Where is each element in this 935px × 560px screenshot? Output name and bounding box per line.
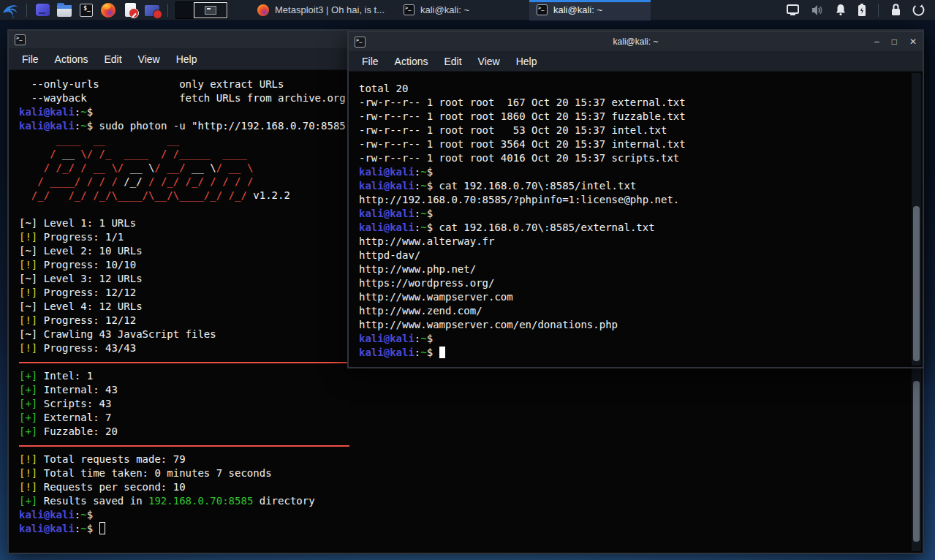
terminal-text-segment: http://192.168.0.70:8585/?phpinfo=1:lice… <box>359 194 679 205</box>
terminal-text-segment: [+] <box>19 398 37 409</box>
menu-edit[interactable]: Edit <box>96 53 129 65</box>
right-terminal-scrollbar[interactable] <box>912 73 921 366</box>
terminal-text-segment: [!] <box>19 259 37 270</box>
terminal-text-segment: ~ <box>420 347 426 358</box>
taskbar-item-terminal-2-active[interactable]: >_ kali@kali: ~ <box>529 0 651 20</box>
terminal-text-segment: $ <box>427 333 433 344</box>
menu-view[interactable]: View <box>130 53 168 65</box>
terminal-text-segment: [!] <box>19 314 37 326</box>
taskbar-item-firefox-metasploit[interactable]: Metasploit3 | Oh hai, is t... <box>250 0 396 20</box>
terminal-text-segment: $ <box>87 509 93 521</box>
menu-edit[interactable]: Edit <box>436 56 469 67</box>
terminal-text-segment: [!] <box>19 231 37 243</box>
menu-view[interactable]: View <box>470 56 508 67</box>
terminal-text-segment: / /_/ /_/ / / / / <box>143 175 254 187</box>
terminal-text-segment: [~] Level 2: 10 URLs <box>19 245 143 257</box>
terminal-text-segment: total 20 <box>359 83 408 94</box>
taskbar-item-label: kali@kali: ~ <box>420 4 469 15</box>
right-window-titlebar[interactable]: >_ kali@kali: ~ – □ ✕ <box>349 32 923 51</box>
lock-icon[interactable] <box>890 4 901 16</box>
terminal-text-segment: ~ <box>420 180 426 192</box>
terminal-text-segment: / __/ <box>154 162 192 173</box>
terminal-text-segment: [+] <box>19 370 37 382</box>
firefox-launcher[interactable] <box>97 0 119 20</box>
scrollbar-thumb[interactable] <box>913 206 920 361</box>
right-terminal-window: >_ kali@kali: ~ – □ ✕ File Actions Edit … <box>347 31 924 368</box>
terminal-line: http://www.wampserver.com/en/donations.p… <box>359 318 921 332</box>
kali-menu-button[interactable] <box>0 0 22 20</box>
terminal-text-segment: http://www.php.net/ <box>359 263 476 275</box>
firefox-icon <box>257 4 269 16</box>
file-manager-launcher[interactable] <box>53 0 75 20</box>
terminal-text-segment: http://www.alterway.fr <box>359 235 494 247</box>
window-app-icon <box>36 4 50 16</box>
terminal-text-segment: -rw-r--r-- 1 root root 167 Oct 20 15:37 … <box>359 97 686 108</box>
close-button[interactable]: ✕ <box>909 32 917 51</box>
terminal-text-segment: Requests per second: 10 <box>37 481 185 493</box>
terminal-text-segment: kali@kali <box>359 208 414 219</box>
terminal-line: kali@kali:~$ <box>19 508 921 522</box>
terminal-text-segment: [!] <box>19 467 37 479</box>
menu-file[interactable]: File <box>14 53 47 65</box>
terminal-text-segment: --wayback fetch URLs from archive.org <box>19 92 346 104</box>
terminal-text-segment: https://wordpress.org/ <box>359 277 494 289</box>
terminal-text-segment: ~ <box>420 208 426 219</box>
power-logout-icon[interactable] <box>912 4 925 16</box>
terminal-text-segment: [~] Crawling 43 JavaScript files <box>19 328 216 340</box>
terminal-text-segment: / __ \ <box>216 162 254 173</box>
terminal-text-segment: [~] Level 4: 12 URLs <box>19 300 143 312</box>
taskbar-item-terminal-1[interactable]: >_ kali@kali: ~ <box>396 0 529 20</box>
screen-recorder-launcher[interactable] <box>141 0 163 20</box>
terminal-text-segment: [+] <box>19 412 37 423</box>
terminal-text-segment: kali@kali <box>359 333 414 344</box>
window-title: kali@kali: ~ <box>349 37 923 47</box>
terminal-text-segment: Scripts: 43 <box>37 398 111 409</box>
system-tray <box>786 4 935 17</box>
active-workspace-thumbnail[interactable] <box>194 2 227 18</box>
menu-actions[interactable]: Actions <box>47 53 96 65</box>
terminal-line: kali@kali:~$ <box>359 346 921 360</box>
terminal-text-segment: kali@kali <box>359 180 414 192</box>
terminal-icon: >_ <box>15 34 26 45</box>
volume-icon[interactable] <box>811 4 824 16</box>
terminal-text-segment: / ____/ / / / <box>19 175 124 187</box>
terminal-text-segment: $ <box>427 208 433 219</box>
terminal-line: -rw-r--r-- 1 root root 4016 Oct 20 15:37… <box>359 151 921 165</box>
terminal-text-segment: $ <box>427 347 433 358</box>
terminal-text-segment: Progress: 12/12 <box>37 314 136 326</box>
terminal-line: -rw-r--r-- 1 root root 3564 Oct 20 15:37… <box>359 137 921 151</box>
terminal-text-segment: ~ <box>80 120 86 132</box>
kali-dragon-icon <box>2 2 20 18</box>
terminal-text-segment: ~ <box>420 333 426 344</box>
terminal-text-segment: $ <box>427 180 433 192</box>
terminal-text-segment: -rw-r--r-- 1 root root 53 Oct 20 15:37 i… <box>359 124 667 136</box>
terminal-line: [+] Intel: 1 <box>19 369 921 383</box>
terminal-icon: $_ <box>80 4 93 17</box>
workspace-switcher[interactable] <box>175 1 228 19</box>
terminal-text-segment: http://www.wampserver.com <box>359 291 513 303</box>
menu-actions[interactable]: Actions <box>387 56 436 67</box>
terminal-line: [+] Internal: 43 <box>19 383 921 397</box>
display-icon[interactable] <box>786 4 800 16</box>
window-app-launcher[interactable] <box>31 0 53 20</box>
terminal-text-segment: http://www.zend.com/ <box>359 305 482 317</box>
screen-record-icon <box>145 5 159 16</box>
terminal-line: kali@kali:~$ <box>359 165 921 179</box>
maximize-button[interactable]: □ <box>892 32 897 51</box>
terminal-line: [!] Total time taken: 0 minutes 7 second… <box>19 466 921 480</box>
menu-file[interactable]: File <box>354 56 387 67</box>
terminal-text-segment: -rw-r--r-- 1 root root 1860 Oct 20 15:37… <box>359 110 686 122</box>
terminal-text-segment: [!] <box>19 453 37 465</box>
terminal-icon: >_ <box>537 4 548 15</box>
terminal-icon: >_ <box>355 37 366 48</box>
terminal-launcher[interactable]: $_ <box>75 0 97 20</box>
text-editor-launcher[interactable] <box>119 0 141 20</box>
minimize-button[interactable]: – <box>874 32 879 51</box>
terminal-line: [+] Scripts: 43 <box>19 397 921 411</box>
menu-help[interactable]: Help <box>168 53 205 65</box>
terminal-text-segment: kali@kali <box>19 106 75 118</box>
notifications-bell-icon[interactable] <box>835 4 847 16</box>
menu-help[interactable]: Help <box>508 56 545 67</box>
battery-icon[interactable] <box>858 4 866 17</box>
scrollbar-thumb[interactable] <box>913 381 920 542</box>
